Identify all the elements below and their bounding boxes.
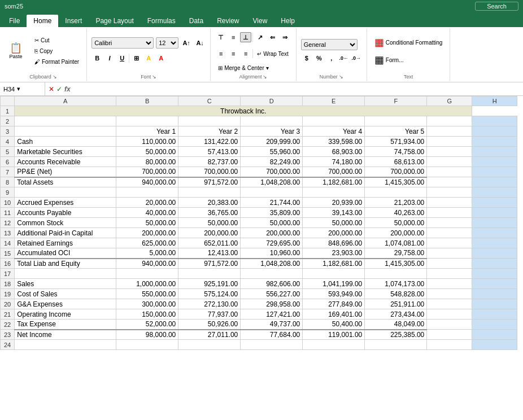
cell-e-12[interactable]: 50,000.00 — [303, 218, 365, 228]
cell-g-23[interactable] — [427, 330, 472, 340]
cell-f-3[interactable]: Year 5 — [365, 126, 427, 137]
function-icon[interactable]: fx — [64, 85, 71, 93]
cell-g-17[interactable] — [427, 269, 472, 279]
cell-c-18[interactable]: 925,191.00 — [178, 279, 241, 289]
cell-c-16[interactable]: 971,572.00 — [178, 259, 241, 269]
cell-e-2[interactable] — [303, 116, 365, 126]
cell-a-16[interactable]: Total Liab and Equity — [15, 259, 116, 269]
row-header-6[interactable]: 6 — [1, 157, 15, 167]
row-header-20[interactable]: 20 — [1, 299, 15, 309]
tab-help[interactable]: Help — [274, 15, 302, 27]
cell-f-5[interactable]: 74,758.00 — [365, 147, 427, 157]
cell-a-17[interactable] — [15, 269, 116, 279]
row-header-12[interactable]: 12 — [1, 218, 15, 228]
cell-h-14[interactable] — [472, 238, 517, 248]
cell-c-13[interactable]: 200,000.00 — [178, 228, 241, 238]
cell-b-8[interactable]: 940,000.00 — [116, 177, 178, 187]
cell-a-3[interactable] — [15, 126, 116, 137]
cell-g-12[interactable] — [427, 218, 472, 228]
cell-g-22[interactable] — [427, 320, 472, 330]
cell-a-24[interactable] — [15, 340, 116, 350]
cell-h-2[interactable] — [472, 116, 517, 126]
cell-f-12[interactable]: 50,000.00 — [365, 218, 427, 228]
cell-b-21[interactable]: 150,000.00 — [116, 309, 178, 320]
cell-a-19[interactable]: Cost of Sales — [15, 289, 116, 299]
cell-h-12[interactable] — [472, 218, 517, 228]
cell-d-2[interactable] — [241, 116, 303, 126]
clipboard-expand-icon[interactable]: ↘ — [53, 74, 57, 80]
formula-input[interactable] — [74, 85, 523, 93]
col-header-c[interactable]: C — [178, 97, 241, 106]
cell-g-7[interactable] — [427, 167, 472, 177]
cell-h-24[interactable] — [472, 340, 517, 350]
align-middle-button[interactable]: ≡ — [228, 32, 239, 42]
cell-e-17[interactable] — [303, 269, 365, 279]
cell-h-6[interactable] — [472, 157, 517, 167]
cell-g-9[interactable] — [427, 187, 472, 198]
cell-c-15[interactable]: 12,413.00 — [178, 248, 241, 259]
cell-h-10[interactable] — [472, 198, 517, 208]
cell-d-13[interactable]: 200,000.00 — [241, 228, 303, 238]
cancel-icon[interactable]: ✕ — [49, 85, 54, 93]
cell-c-8[interactable]: 971,572.00 — [178, 177, 241, 187]
cell-e-4[interactable]: 339,598.00 — [303, 137, 365, 147]
cell-h-15[interactable] — [472, 248, 517, 259]
cell-b-15[interactable]: 5,000.00 — [116, 248, 178, 259]
cell-b-5[interactable]: 50,000.00 — [116, 147, 178, 157]
cell-h-17[interactable] — [472, 269, 517, 279]
row-header-17[interactable]: 17 — [1, 269, 15, 279]
cell-g-19[interactable] — [427, 289, 472, 299]
cell-b-19[interactable]: 550,000.00 — [116, 289, 178, 299]
percent-button[interactable]: % — [313, 53, 325, 63]
conditional-formatting-button[interactable]: ▦ Conditional Formatting — [372, 34, 446, 50]
cell-f-18[interactable]: 1,074,173.00 — [365, 279, 427, 289]
dollar-button[interactable]: $ — [301, 53, 312, 63]
cell-a-12[interactable]: Common Stock — [15, 218, 116, 228]
cell-c-6[interactable]: 82,737.00 — [178, 157, 241, 167]
col-header-g[interactable]: G — [427, 97, 472, 106]
format-painter-button[interactable]: 🖌 Format Painter — [32, 57, 82, 67]
row-header-22[interactable]: 22 — [1, 320, 15, 330]
cell-h-22[interactable] — [472, 320, 517, 330]
row-header-18[interactable]: 18 — [1, 279, 15, 289]
cell-d-14[interactable]: 729,695.00 — [241, 238, 303, 248]
cell-d-10[interactable]: 21,744.00 — [241, 198, 303, 208]
cell-d-22[interactable]: 49,737.00 — [241, 320, 303, 330]
tab-page-layout[interactable]: Page Layout — [89, 15, 140, 27]
title-cell[interactable]: Throwback Inc. — [15, 106, 472, 116]
cell-e-23[interactable]: 119,001.00 — [303, 330, 365, 340]
cell-f-15[interactable]: 29,758.00 — [365, 248, 427, 259]
cell-b-6[interactable]: 80,000.00 — [116, 157, 178, 167]
cell-g-14[interactable] — [427, 238, 472, 248]
cell-d-23[interactable]: 77,684.00 — [241, 330, 303, 340]
cell-e-19[interactable]: 593,949.00 — [303, 289, 365, 299]
cell-h-20[interactable] — [472, 299, 517, 309]
number-format-select[interactable]: General — [301, 39, 358, 50]
cell-e-5[interactable]: 68,903.00 — [303, 147, 365, 157]
tab-insert[interactable]: Insert — [58, 15, 89, 27]
cell-f-17[interactable] — [365, 269, 427, 279]
cell-b-18[interactable]: 1,000,000.00 — [116, 279, 178, 289]
cell-d-19[interactable]: 556,227.00 — [241, 289, 303, 299]
cell-g-13[interactable] — [427, 228, 472, 238]
decrease-decimal-button[interactable]: .0← — [338, 53, 350, 63]
confirm-icon[interactable]: ✓ — [56, 85, 62, 93]
cell-b-7[interactable]: 700,000.00 — [116, 167, 178, 177]
cell-f-8[interactable]: 1,415,305.00 — [365, 177, 427, 187]
spreadsheet-container[interactable]: A B C D E F G H 1Throwback Inc.23Year 1Y… — [0, 96, 523, 409]
cell-h-16[interactable] — [472, 259, 517, 269]
cell-a-23[interactable]: Net Income — [15, 330, 116, 340]
cut-button[interactable]: ✂ Cut — [32, 36, 82, 45]
cell-b-10[interactable]: 20,000.00 — [116, 198, 178, 208]
cell-d-11[interactable]: 35,809.00 — [241, 208, 303, 218]
cell-d-4[interactable]: 209,999.00 — [241, 137, 303, 147]
row-header-9[interactable]: 9 — [1, 187, 15, 198]
cell-h-13[interactable] — [472, 228, 517, 238]
cell-e-22[interactable]: 50,400.00 — [303, 320, 365, 330]
cell-d-21[interactable]: 127,421.00 — [241, 309, 303, 320]
cell-c-17[interactable] — [178, 269, 241, 279]
row-header-7[interactable]: 7 — [1, 167, 15, 177]
indent-increase-button[interactable]: ⇒ — [279, 32, 290, 42]
col-header-e[interactable]: E — [303, 97, 365, 106]
cell-h-19[interactable] — [472, 289, 517, 299]
